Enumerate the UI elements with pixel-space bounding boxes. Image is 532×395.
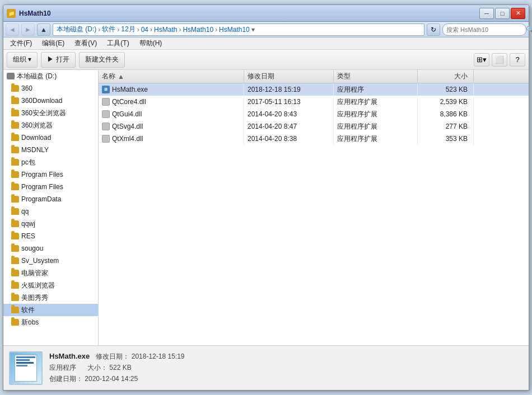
sidebar-item-sougou[interactable]: sougou: [3, 242, 98, 255]
sidebar-item-360浏览器[interactable]: 360浏览器: [3, 119, 98, 131]
hdd-icon: [7, 73, 15, 79]
forward-button[interactable]: ►: [21, 23, 35, 36]
view-toggle-button[interactable]: ⊞▾: [474, 53, 489, 67]
sidebar-item-label: MSDNLY: [21, 146, 49, 154]
sidebar-item-软件[interactable]: 软件: [3, 304, 98, 316]
menu-file[interactable]: 文件(F): [6, 37, 36, 49]
sidebar-item-label: 新obs: [21, 318, 39, 327]
folder-icon: [11, 159, 19, 166]
sidebar-item-label: qq: [21, 208, 29, 215]
breadcrumb-software[interactable]: 软件: [102, 25, 115, 34]
breadcrumb: 本地磁盘 (D:) › 软件 › 12月 › 04 › HsMath › HsM…: [53, 23, 424, 36]
file-cell-name: QtCore4.dll: [99, 96, 244, 108]
folder-icon: [11, 208, 19, 215]
menu-edit[interactable]: 编辑(E): [38, 37, 69, 49]
sidebar-item-label: pc包: [21, 158, 35, 167]
file-cell-name: QtGui4.dll: [99, 108, 244, 120]
table-row[interactable]: ⊞HsMath.exe2018-12-18 15:19应用程序523 KB: [99, 83, 529, 96]
help-button[interactable]: ?: [510, 53, 525, 67]
preview-pane-button[interactable]: ⬜: [492, 53, 507, 67]
menu-view[interactable]: 查看(V): [70, 37, 101, 49]
window-icon: 📁: [7, 9, 16, 18]
sidebar-item-360安全浏览器[interactable]: 360安全浏览器: [3, 107, 98, 119]
sidebar-item-360Download[interactable]: 360Download: [3, 95, 98, 107]
file-cell-date: 2018-12-18 15:19: [244, 83, 334, 96]
sidebar-item-RES[interactable]: RES: [3, 230, 98, 242]
breadcrumb-04[interactable]: 04: [141, 26, 148, 34]
file-cell-type: 应用程序扩展: [334, 108, 418, 120]
toolbar: 组织 ▾ ▶ 打开 新建文件夹 ⊞▾ ⬜ ?: [3, 50, 529, 70]
organize-button[interactable]: 组织 ▾: [7, 52, 38, 68]
menu-help[interactable]: 帮助(H): [135, 37, 167, 49]
window-title: HsMath10: [19, 10, 479, 17]
table-row[interactable]: QtXml4.dll2014-04-20 8:38应用程序扩展353 KB: [99, 133, 529, 145]
sidebar-item-电脑管家[interactable]: 电脑管家: [3, 267, 98, 279]
status-info: HsMath.exe 修改日期： 2018-12-18 15:19 应用程序 大…: [49, 352, 185, 384]
minimize-button[interactable]: ─: [479, 8, 494, 19]
breadcrumb-local-disk[interactable]: 本地磁盘 (D:): [57, 25, 96, 34]
sidebar-item-ProgramData[interactable]: ProgramData: [3, 193, 98, 205]
sidebar-item-label: 火狐浏览器: [21, 281, 55, 290]
folder-icon: [11, 220, 19, 227]
table-row[interactable]: QtGui4.dll2014-04-20 8:43应用程序扩展8,386 KB: [99, 108, 529, 120]
new-folder-label: 新建文件夹: [85, 55, 119, 64]
sidebar-item-qqwj[interactable]: qqwj: [3, 218, 98, 230]
sidebar-item-label: 美图秀秀: [21, 293, 48, 303]
sidebar-item-美图秀秀[interactable]: 美图秀秀: [3, 291, 98, 304]
folder-icon: [11, 122, 19, 129]
back-button[interactable]: ◄: [6, 23, 19, 36]
file-cell-date: 2014-04-20 8:43: [244, 108, 334, 120]
sidebar-item-label: 360安全浏览器: [21, 109, 66, 118]
folder-icon: [11, 97, 19, 104]
status-detail-row: 应用程序 大小： 522 KB: [49, 363, 185, 373]
breadcrumb-hsmath10[interactable]: HsMath10: [183, 26, 213, 34]
status-filename: HsMath.exe 修改日期： 2018-12-18 15:19: [49, 352, 185, 361]
status-created: 创建日期： 2020-12-04 14:25: [49, 374, 185, 384]
breadcrumb-hsmath[interactable]: HsMath: [154, 26, 177, 34]
open-button[interactable]: ▶ 打开: [41, 52, 75, 68]
file-cell-type: 应用程序扩展: [334, 96, 418, 108]
menu-tools[interactable]: 工具(T): [102, 37, 133, 49]
folder-icon: [11, 233, 19, 239]
table-row[interactable]: QtCore4.dll2017-05-11 16:13应用程序扩展2,539 K…: [99, 96, 529, 108]
breadcrumb-month[interactable]: 12月: [121, 25, 135, 34]
maximize-button[interactable]: □: [495, 8, 510, 19]
sidebar-item-360[interactable]: 360: [3, 82, 98, 95]
col-header-name[interactable]: 名称 ▲: [99, 70, 244, 83]
sidebar-item-Download[interactable]: Download: [3, 131, 98, 144]
explorer-window: 📁 HsMath10 ─ □ ✕ ◄ ► ▲ 本地磁盘 (D:) › 软件 › …: [3, 4, 529, 391]
file-cell-type: 应用程序扩展: [334, 133, 418, 145]
dll-icon: [102, 110, 110, 118]
main-content: 本地磁盘 (D:) 360360Download360安全浏览器360浏览器Do…: [3, 70, 529, 345]
organize-label: 组织 ▾: [13, 55, 31, 64]
file-list-header: 名称 ▲ 修改日期 类型 大小: [99, 70, 529, 83]
sidebar-root-label: 本地磁盘 (D:): [17, 72, 57, 81]
close-button[interactable]: ✕: [511, 8, 525, 19]
file-cell-date: 2017-05-11 16:13: [244, 96, 334, 108]
col-header-type[interactable]: 类型: [334, 70, 418, 83]
col-header-date[interactable]: 修改日期: [244, 70, 334, 83]
address-bar: ◄ ► ▲ 本地磁盘 (D:) › 软件 › 12月 › 04 › HsMath…: [3, 22, 529, 37]
sidebar-item-label: Program Files: [21, 171, 63, 178]
refresh-button[interactable]: ↻: [427, 23, 440, 36]
sidebar-item-Sv_Usystem[interactable]: Sv_Usystem: [3, 255, 98, 267]
sidebar-item-MSDNLY[interactable]: MSDNLY: [3, 144, 98, 156]
sidebar-item-qq[interactable]: qq: [3, 205, 98, 218]
sidebar-item-Program Files[interactable]: Program Files: [3, 181, 98, 193]
sidebar-item-pc包[interactable]: pc包: [3, 156, 98, 168]
sidebar-item-火狐浏览器[interactable]: 火狐浏览器: [3, 279, 98, 291]
up-button[interactable]: ▲: [37, 23, 50, 36]
col-header-size[interactable]: 大小: [418, 70, 474, 83]
table-row[interactable]: QtSvg4.dll2014-04-20 8:47应用程序扩展277 KB: [99, 120, 529, 133]
folder-icon: [11, 147, 19, 153]
search-input[interactable]: [446, 26, 524, 33]
sidebar-root[interactable]: 本地磁盘 (D:): [3, 70, 98, 82]
refresh-icon: ↻: [431, 26, 436, 34]
file-cell-size: 2,539 KB: [418, 96, 474, 108]
search-bar[interactable]: 🔍: [442, 23, 526, 36]
folder-icon: [11, 184, 19, 190]
breadcrumb-hsmath10-2[interactable]: HsMath10: [219, 26, 250, 34]
new-folder-button[interactable]: 新建文件夹: [79, 52, 125, 68]
sidebar-item-新obs[interactable]: 新obs: [3, 316, 98, 328]
sidebar-item-Program Files[interactable]: Program Files: [3, 168, 98, 181]
